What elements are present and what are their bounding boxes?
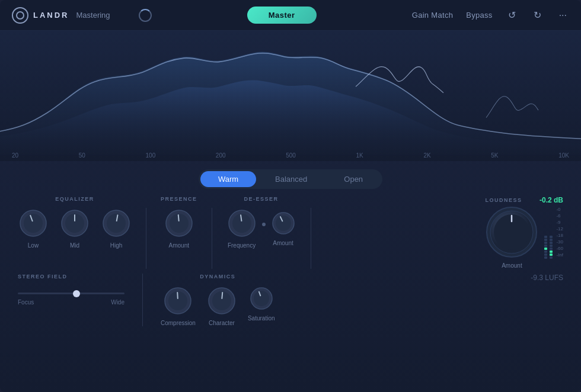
presence-knobs-row: Amount <box>164 208 194 249</box>
de-esser-freq-knob[interactable] <box>226 208 257 239</box>
svg-point-16 <box>276 216 291 231</box>
eq-high-knob[interactable] <box>101 208 132 239</box>
presence-amount-knob[interactable] <box>164 208 194 239</box>
svg-line-27 <box>222 293 222 298</box>
tone-balanced-button[interactable]: Balanced <box>257 171 325 187</box>
svg-point-1 <box>24 214 43 233</box>
eq-mid-knob-wrap: Mid <box>59 208 90 249</box>
loudness-label: LOUDNESS <box>485 197 522 203</box>
loudness-db: -0.2 dB <box>540 196 563 204</box>
stereo-slider-track[interactable] <box>18 293 124 294</box>
tone-warm-button[interactable]: Warm <box>200 171 256 187</box>
wide-label: Wide <box>111 299 124 306</box>
dynamics-section: DYNAMICS Compression <box>161 274 275 326</box>
svg-line-14 <box>241 215 241 221</box>
stereo-field-section: STEREO FIELD Focus Wide <box>18 274 124 306</box>
de-esser-amount-label: Amount <box>273 240 293 246</box>
header-right: Gain Match Bypass ↺ ↻ ··· <box>412 7 569 23</box>
spectrum-area: 20 50 100 200 500 1K 2K 5K 10K <box>0 31 581 161</box>
eq-mid-label: Mid <box>70 242 79 249</box>
tone-group: Warm Balanced Open <box>199 169 382 189</box>
loudness-knob-wrap: Amount <box>485 205 538 269</box>
tone-open-button[interactable]: Open <box>326 171 381 187</box>
more-button[interactable]: ··· <box>557 8 569 23</box>
svg-point-29 <box>254 291 269 306</box>
meter-bar-1 <box>544 205 547 259</box>
bypass-button[interactable]: Bypass <box>466 11 492 20</box>
dynamics-knobs-row: Compression Character <box>161 285 275 326</box>
dynamics-character-label: Character <box>209 320 235 326</box>
header: LANDR Mastering Master Gain Match Bypass… <box>0 0 581 31</box>
tone-selector: Warm Balanced Open <box>0 161 581 194</box>
dynamics-compression-wrap: Compression <box>161 285 196 326</box>
loudness-meter: -0 -6 -9 -12 -18 -30 -60 -Inf <box>544 205 563 259</box>
svg-point-13 <box>232 214 251 233</box>
de-esser-freq-knob-wrap: Frequency <box>226 208 257 249</box>
loudness-amount-label: Amount <box>502 262 522 269</box>
presence-label: PRESENCE <box>161 196 197 202</box>
de-esser-label: DE-ESSER <box>244 196 279 202</box>
dynamics-saturation-wrap: Saturation <box>248 285 275 322</box>
dynamics-compression-label: Compression <box>161 320 196 326</box>
stereo-slider-thumb[interactable] <box>73 290 80 297</box>
redo-button[interactable]: ↻ <box>531 7 544 23</box>
equalizer-section: EQUALIZER Low <box>18 196 132 249</box>
logo-text: LANDR <box>33 11 69 20</box>
de-esser-freq-label: Frequency <box>228 242 256 249</box>
lufs-area: -9.3 LUFS <box>531 274 563 284</box>
eq-mid-knob[interactable] <box>59 208 90 239</box>
app-container: LANDR Mastering Master Gain Match Bypass… <box>0 0 581 392</box>
dynamics-saturation-knob[interactable] <box>248 285 274 311</box>
meter-bar-2 <box>550 205 553 259</box>
eq-low-knob-wrap: Low <box>18 208 49 249</box>
svg-point-7 <box>107 214 126 233</box>
de-esser-knobs-row: Frequency Amount <box>226 208 296 249</box>
master-button[interactable]: Master <box>247 7 317 24</box>
undo-button[interactable]: ↺ <box>506 7 518 23</box>
focus-label: Focus <box>18 299 34 306</box>
freq-labels: 20 50 100 200 500 1K 2K 5K 10K <box>0 152 581 159</box>
gain-match-button[interactable]: Gain Match <box>412 11 453 20</box>
eq-knobs-row: Low Mid <box>18 208 132 249</box>
eq-low-label: Low <box>28 242 39 249</box>
presence-amount-label: Amount <box>169 242 189 249</box>
lufs-value: -9.3 LUFS <box>531 274 563 282</box>
dynamics-character-knob[interactable] <box>206 285 237 316</box>
meter-scale: -0 -6 -9 -12 -18 -30 -60 -Inf <box>556 205 563 259</box>
loudness-section: LOUDNESS -0.2 dB <box>485 196 563 269</box>
presence-amount-knob-wrap: Amount <box>164 208 194 249</box>
logo-icon <box>12 7 28 24</box>
dynamics-label: DYNAMICS <box>200 274 235 279</box>
equalizer-label: EQUALIZER <box>55 196 94 202</box>
svg-line-11 <box>178 215 179 221</box>
svg-line-24 <box>178 293 178 298</box>
dynamics-character-wrap: Character <box>206 285 237 326</box>
de-esser-amount-knob-wrap: Amount <box>270 210 296 246</box>
eq-low-knob[interactable] <box>18 208 49 239</box>
logo-area: LANDR Mastering <box>12 7 110 24</box>
product-text: Mastering <box>76 11 110 20</box>
eq-high-knob-wrap: High <box>101 208 132 249</box>
loading-icon <box>139 9 152 22</box>
de-esser-amount-knob[interactable] <box>270 210 296 236</box>
stereo-slider-container: Focus Wide <box>18 288 124 306</box>
loudness-knob[interactable] <box>485 205 538 259</box>
dynamics-saturation-label: Saturation <box>248 315 275 322</box>
stereo-field-label: STEREO FIELD <box>18 274 124 279</box>
de-esser-section: DE-ESSER Frequency <box>226 196 296 249</box>
eq-high-label: High <box>110 242 123 249</box>
header-center: Master <box>152 7 412 24</box>
de-esser-connector <box>262 223 266 226</box>
presence-section: PRESENCE Amount <box>161 196 197 249</box>
dynamics-compression-knob[interactable] <box>162 285 193 316</box>
stereo-slider-labels: Focus Wide <box>18 299 124 306</box>
